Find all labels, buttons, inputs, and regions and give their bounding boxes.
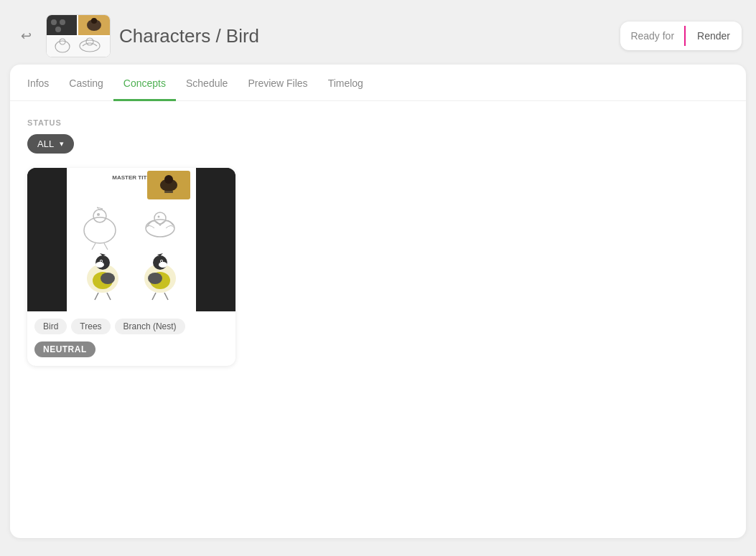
- svg-rect-17: [164, 191, 173, 193]
- svg-point-4: [55, 27, 61, 32]
- chevron-down-icon: ▾: [60, 139, 64, 149]
- status-filter-section: STATUS ALL ▾: [27, 118, 729, 154]
- tab-preview-files[interactable]: Preview Files: [238, 65, 317, 101]
- concept-card-image: MASTER TITS: [27, 168, 235, 311]
- svg-text:MASTER TITS: MASTER TITS: [112, 174, 151, 181]
- tab-concepts[interactable]: Concepts: [113, 65, 176, 101]
- thumbnail-svg: [47, 15, 110, 57]
- status-action-container: Ready for Render: [620, 22, 742, 50]
- svg-line-22: [104, 243, 108, 250]
- svg-point-41: [161, 260, 162, 262]
- svg-point-3: [60, 19, 65, 25]
- concept-card-tags: Bird Trees Branch (Nest): [27, 311, 235, 339]
- svg-point-25: [158, 216, 160, 218]
- status-ready-label: Ready for: [620, 30, 684, 42]
- svg-point-18: [84, 217, 116, 243]
- svg-point-37: [159, 262, 167, 268]
- status-badge: NEUTRAL: [34, 341, 95, 357]
- svg-point-19: [93, 209, 106, 222]
- status-dropdown[interactable]: ALL ▾: [27, 134, 74, 154]
- concept-card[interactable]: MASTER TITS: [27, 168, 235, 366]
- tag-trees: Trees: [71, 319, 110, 334]
- svg-rect-8: [47, 37, 110, 57]
- bird-concept-svg: MASTER TITS: [68, 169, 195, 310]
- page-title: Characters / Bird: [119, 25, 612, 47]
- tab-schedule[interactable]: Schedule: [176, 65, 238, 101]
- header: ↩: [7, 7, 749, 65]
- tag-bird: Bird: [34, 319, 67, 334]
- svg-point-16: [164, 175, 173, 184]
- entity-thumbnail: [46, 14, 111, 57]
- svg-point-39: [148, 273, 162, 284]
- concept-card-status: NEUTRAL: [27, 339, 235, 366]
- status-filter-value: ALL: [37, 138, 54, 149]
- svg-line-34: [107, 293, 111, 300]
- svg-point-32: [101, 260, 102, 262]
- status-section-label: STATUS: [27, 118, 729, 127]
- svg-line-43: [164, 293, 168, 300]
- content-area: STATUS ALL ▾: [10, 101, 746, 383]
- svg-point-7: [91, 18, 97, 24]
- svg-rect-1: [47, 15, 77, 35]
- back-icon: ↩: [21, 28, 32, 44]
- svg-point-20: [97, 213, 100, 216]
- app-container: ↩: [7, 7, 749, 538]
- svg-line-42: [152, 293, 156, 300]
- svg-point-28: [95, 262, 104, 268]
- concepts-grid: MASTER TITS: [27, 168, 729, 366]
- svg-line-33: [95, 293, 98, 300]
- back-button[interactable]: ↩: [14, 24, 37, 47]
- main-card: Infos Casting Concepts Schedule Preview …: [10, 65, 746, 538]
- tab-casting[interactable]: Casting: [59, 65, 113, 101]
- svg-line-21: [92, 243, 95, 250]
- svg-point-30: [101, 273, 115, 284]
- tab-infos[interactable]: Infos: [27, 65, 59, 101]
- tab-timelog[interactable]: Timelog: [318, 65, 373, 101]
- tabs-bar: Infos Casting Concepts Schedule Preview …: [10, 65, 746, 101]
- tag-branch: Branch (Nest): [115, 319, 185, 334]
- svg-point-2: [51, 19, 57, 25]
- render-button[interactable]: Render: [686, 22, 742, 50]
